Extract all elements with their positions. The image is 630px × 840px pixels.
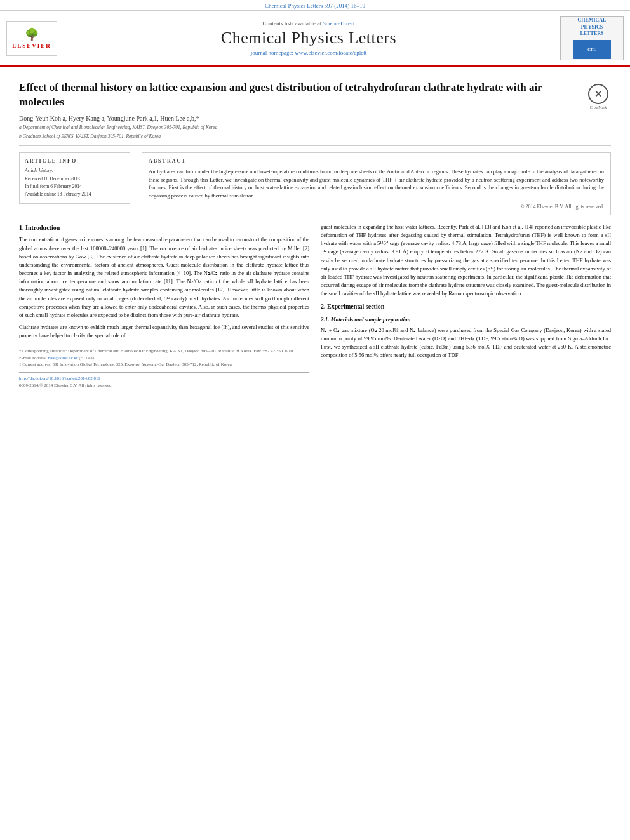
intro-paragraph-1: The concentration of gases in ice cores …: [19, 236, 309, 319]
affiliation-b: b Graduate School of EEWS, KAIST, Daejeo…: [19, 133, 576, 140]
journal-logo-area: CHEMICALPHYSICSLETTERS CPL: [554, 16, 624, 60]
article-title-area: Effect of thermal history on lattice exp…: [19, 81, 576, 140]
abstract-text: Air hydrates can form under the high-pre…: [149, 168, 604, 200]
history-label: Article history:: [25, 168, 124, 173]
footnotes: * Corresponding author at: Department of…: [19, 345, 309, 368]
one-footnote: 1 Current address: SK Innovation Global …: [19, 361, 309, 368]
journal-header: 🌳 ELSEVIER Contents lists available at S…: [0, 11, 630, 67]
right-col-paragraph-1: guest-molecules in expanding the host wa…: [321, 223, 611, 298]
info-abstract-row: ARTICLE INFO Article history: Received 1…: [19, 152, 611, 215]
tree-icon: 🌳: [25, 27, 39, 41]
science-direct-link[interactable]: ScienceDirect: [323, 20, 354, 27]
email-label: E-mail address:: [19, 356, 48, 361]
materials-paragraph: N₂ + O₂ gas mixture (O₂ 20 mol% and N₂ b…: [321, 326, 611, 360]
article-info-col: ARTICLE INFO Article history: Received 1…: [19, 152, 130, 215]
elsevier-name: ELSEVIER: [12, 43, 51, 49]
issn-text: 0009-2614/© 2014 Elsevier B.V. All right…: [19, 383, 112, 388]
body-left-column: 1. Introduction The concentration of gas…: [19, 223, 309, 389]
logo-text: CHEMICALPHYSICSLETTERS: [578, 17, 607, 37]
email-suffix: (H. Lee).: [77, 356, 95, 361]
exp-section-number: 2.: [321, 303, 326, 310]
doi-link[interactable]: http://dx.doi.org/10.1016/j.cplett.2014.…: [19, 376, 100, 381]
journal-title: Chemical Physics Letters: [221, 29, 396, 48]
elsevier-logo: 🌳 ELSEVIER: [6, 21, 57, 56]
authors-text: Dong-Yeun Koh a, Hyery Kang a, Youngjune…: [19, 115, 199, 122]
journal-reference: Chemical Physics Letters 597 (2014) 16–1…: [265, 3, 365, 9]
article-info-title: ARTICLE INFO: [25, 158, 124, 164]
crossmark-label: CrossMark: [590, 105, 607, 109]
experimental-section-title: 2. Experimental section: [321, 302, 611, 312]
intro-paragraph-2: Clathrate hydrates are known to exhibit …: [19, 323, 309, 340]
received-date: Received 18 December 2013: [25, 175, 124, 183]
email-link[interactable]: hlee@kaist.ac.kr: [48, 356, 78, 361]
materials-subsection-title: 2.1. Materials and sample preparation: [321, 316, 611, 324]
affiliation-a: a Department of Chemical and Biomolecula…: [19, 124, 576, 131]
main-body-columns: 1. Introduction The concentration of gas…: [19, 223, 611, 389]
journal-reference-bar: Chemical Physics Letters 597 (2014) 16–1…: [0, 0, 630, 11]
page: Chemical Physics Letters 597 (2014) 16–1…: [0, 0, 630, 396]
crossmark-area: ✕ CrossMark: [586, 81, 611, 109]
abstract-box: ABSTRACT Air hydrates can form under the…: [142, 152, 611, 215]
body-right-column: guest-molecules in expanding the host wa…: [321, 223, 611, 389]
available-date: Available online 18 February 2014: [25, 190, 124, 198]
article-authors: Dong-Yeun Koh a, Hyery Kang a, Youngjune…: [19, 115, 576, 122]
intro-section-label: Introduction: [25, 224, 60, 231]
abstract-title: ABSTRACT: [149, 158, 604, 164]
journal-logo-box: CHEMICALPHYSICSLETTERS CPL: [560, 16, 624, 60]
contents-label: Contents lists available at: [263, 20, 323, 27]
email-footnote: E-mail address: hlee@kaist.ac.kr (H. Lee…: [19, 355, 309, 362]
intro-section-title: 1. Introduction: [19, 223, 309, 233]
crossmark-icon: ✕: [588, 84, 608, 104]
intro-section-number: 1.: [19, 224, 24, 231]
article-title: Effect of thermal history on lattice exp…: [19, 81, 576, 110]
contents-line: Contents lists available at ScienceDirec…: [263, 20, 355, 27]
homepage-url[interactable]: www.elsevier.com/locate/cplett: [295, 50, 366, 56]
doi-bar: http://dx.doi.org/10.1016/j.cplett.2014.…: [19, 372, 309, 389]
journal-homepage-line: journal homepage: www.elsevier.com/locat…: [251, 50, 366, 56]
article-info-box: ARTICLE INFO Article history: Received 1…: [19, 152, 130, 204]
final-form-date: In final form 6 February 2014: [25, 183, 124, 190]
logo-placeholder-text: CPL: [587, 47, 596, 52]
star-footnote: * Corresponding author at: Department of…: [19, 348, 309, 355]
abstract-copyright: © 2014 Elsevier B.V. All rights reserved…: [149, 204, 604, 210]
elsevier-logo-area: 🌳 ELSEVIER: [6, 16, 64, 60]
article-body: Effect of thermal history on lattice exp…: [0, 67, 630, 396]
homepage-label: journal homepage:: [251, 50, 295, 56]
article-title-section: Effect of thermal history on lattice exp…: [19, 73, 611, 146]
exp-section-label: Experimental section: [327, 303, 384, 310]
journal-title-area: Contents lists available at ScienceDirec…: [70, 16, 547, 60]
logo-image-placeholder: CPL: [573, 40, 611, 59]
abstract-col: ABSTRACT Air hydrates can form under the…: [142, 152, 611, 215]
